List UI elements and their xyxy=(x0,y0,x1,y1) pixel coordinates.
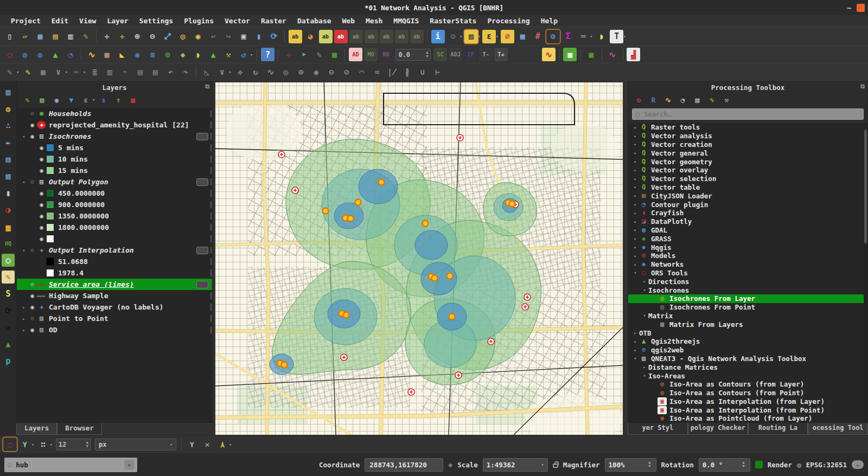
expand-arrow-icon[interactable]: ▸ xyxy=(631,330,639,336)
rotate-feature-button[interactable]: ↻ xyxy=(248,66,262,79)
add-chart-layer-button[interactable]: ▅ xyxy=(2,220,15,233)
menu-item[interactable]: Edit xyxy=(46,17,74,25)
toolbox-row[interactable]: ▣ Iso-Area as Interpolation (from Point) xyxy=(628,406,864,414)
menu-item[interactable]: Vector xyxy=(219,17,256,25)
add-wms-layer-button[interactable]: ◍ xyxy=(2,102,15,115)
redo-button[interactable]: ↷ xyxy=(179,66,193,79)
rotation-spinner[interactable]: 0.0 ° ▲▼ xyxy=(699,458,750,472)
layer-row[interactable]: 1978.4 xyxy=(17,267,212,279)
dropdown-caret-icon[interactable]: ▾ xyxy=(92,97,95,102)
panel-float-icon[interactable]: ⧉ xyxy=(205,83,209,90)
toolbox-row[interactable]: ▾ Matrix xyxy=(628,312,864,320)
add-vector-layer-button[interactable]: ▥ xyxy=(2,86,15,99)
toolbox-row[interactable]: ▸ ▲ Qgis2threejs xyxy=(628,337,864,346)
panel-tab[interactable]: ocessing Tool xyxy=(808,423,868,435)
visibility-toggle-icon[interactable]: ◉ xyxy=(37,213,46,220)
toolbox-row[interactable]: ▸ ◖ Crayfish xyxy=(628,209,864,217)
dropdown-caret-icon[interactable]: ▾ xyxy=(228,69,231,75)
expand-arrow-icon[interactable]: ▸ xyxy=(631,227,639,233)
toolbox-row[interactable]: ▸ ◍ GDAL xyxy=(628,226,864,235)
dropdown-caret-icon[interactable]: ▾ xyxy=(31,442,34,447)
menu-item[interactable]: Processing xyxy=(482,17,535,25)
remove-layer-button[interactable]: ▦ xyxy=(127,94,138,106)
toolbox-row[interactable]: ◉ Iso-Area as Pointcloud (from Layer) xyxy=(628,414,864,422)
statusbar-search-input[interactable] xyxy=(15,460,121,469)
two-point-button[interactable]: 2P xyxy=(464,48,477,61)
panel-tab[interactable]: Layers xyxy=(16,423,57,435)
toolbox-row[interactable]: ▦ Matrix From Layers xyxy=(628,320,864,329)
zoom-out-button[interactable]: ⊖ xyxy=(146,30,159,43)
layer-row[interactable]: ◉ ✚ reprojected_amenity_hospital [22] xyxy=(17,119,212,131)
add-mesh-layer-button[interactable]: ▤ xyxy=(2,153,15,166)
expand-arrow-icon[interactable]: ▸ xyxy=(631,339,639,344)
layer-row[interactable]: ⊘ ● Households xyxy=(17,108,212,119)
layer-indicator[interactable] xyxy=(196,178,208,186)
text-bigger-button[interactable]: T+ xyxy=(494,48,508,61)
python-console-button[interactable]: ∿ xyxy=(85,48,99,61)
osm-search-button[interactable]: ○ xyxy=(2,254,15,267)
snapping-tolerance-input[interactable] xyxy=(56,441,85,448)
snap-on-intersection-button[interactable]: ✕ xyxy=(201,438,214,451)
toolbox-row[interactable]: ▸ ⚙ qgis2web xyxy=(628,346,864,355)
cut-features-button[interactable]: ➣ xyxy=(118,66,132,79)
save-edits-button[interactable]: ▦ xyxy=(36,66,50,79)
toggle-editing-button[interactable]: ✎ xyxy=(21,66,35,79)
toolbox-row[interactable]: ◎ Isochrones From Point xyxy=(628,303,864,312)
visibility-toggle-icon[interactable]: ◉ xyxy=(37,190,46,197)
toggle-labels-button[interactable]: ab xyxy=(349,30,363,43)
crs-value[interactable]: EPSG:32651 xyxy=(806,461,847,469)
snapping-points-button[interactable]: ∷ xyxy=(36,438,50,451)
toolbox-row[interactable]: ▸ Q Vector creation xyxy=(628,140,864,149)
expand-arrow-icon[interactable]: ▾ xyxy=(631,270,639,275)
zoom-in-button[interactable]: ⊕ xyxy=(131,30,144,43)
toolbox-row[interactable]: ▣ Iso-Area as Interpolation (from Layer) xyxy=(628,397,864,406)
expand-arrow-icon[interactable]: ▾ xyxy=(641,313,648,318)
pan-map-button[interactable]: ✛ xyxy=(100,30,114,43)
toolbox-row[interactable]: ▸ ◔ Contour plugin xyxy=(628,200,864,209)
clear-search-icon[interactable]: ✕ xyxy=(124,460,134,469)
merge-features-button[interactable]: ∪ xyxy=(416,66,429,79)
expand-arrow-icon[interactable]: ▸ xyxy=(641,364,648,370)
plot-wedge-button[interactable]: ◣ xyxy=(116,48,129,61)
visibility-toggle-icon[interactable]: ⊘ xyxy=(28,178,37,185)
visibility-toggle-icon[interactable]: ◉ xyxy=(28,304,37,311)
layer-row[interactable]: ◉ 450.0000000 xyxy=(17,188,212,199)
reshape-features-button[interactable]: ⌒ xyxy=(355,66,368,79)
digitize-with-segment-button[interactable]: ✎ xyxy=(312,48,326,61)
zoom-next-button[interactable]: ↪ xyxy=(222,30,235,43)
close-button[interactable] xyxy=(857,4,865,12)
visibility-toggle-icon[interactable]: ⊘ xyxy=(28,247,37,254)
curved-label-button[interactable]: ab xyxy=(410,30,424,43)
mmqgis-geocode-button[interactable]: ◍ xyxy=(18,48,32,61)
refresh-map-button[interactable]: ⟳ xyxy=(267,30,281,43)
dropdown-caret-icon[interactable]: ▾ xyxy=(590,34,592,39)
globe-view-button[interactable]: ◉ xyxy=(131,48,144,61)
layer-row[interactable]: ◉ 15 mins xyxy=(17,165,212,176)
visibility-toggle-icon[interactable]: ⊘ xyxy=(28,315,37,322)
processing-toolbox-button[interactable]: ⚙ xyxy=(546,30,560,43)
change-label-button[interactable]: ab xyxy=(395,30,409,43)
visibility-toggle-icon[interactable]: ◉ xyxy=(37,224,46,231)
toolbox-row[interactable]: ▸ ◆ GRASS xyxy=(628,234,864,243)
attribute-table-button[interactable]: ▦ xyxy=(516,30,529,43)
highlight-labels-button[interactable]: ab xyxy=(334,30,348,43)
ors-route-button[interactable]: ∿ xyxy=(542,48,556,61)
extents-icon[interactable]: ❖ xyxy=(448,461,452,469)
toolbox-row[interactable]: ◎ Isochrones From Layer xyxy=(628,294,864,303)
scale-lock-button[interactable]: SC xyxy=(433,48,447,61)
menu-item[interactable]: Mesh xyxy=(360,17,388,25)
expand-arrow-icon[interactable]: ▸ xyxy=(631,141,639,147)
expand-arrow-icon[interactable]: ▸ xyxy=(20,316,28,321)
expand-arrow-icon[interactable]: ▸ xyxy=(631,184,639,190)
paste-features-button[interactable]: ▤ xyxy=(149,66,162,79)
zoom-to-layer-button[interactable]: ◎ xyxy=(176,30,190,43)
select-features-button[interactable]: ▧ xyxy=(464,30,478,43)
new-map-view-button[interactable]: ▣ xyxy=(237,30,251,43)
expand-arrow-icon[interactable]: ▾ xyxy=(641,373,648,378)
expand-all-button[interactable]: ⇕ xyxy=(98,94,109,106)
scale-combo[interactable]: 1:49362▾ xyxy=(483,458,548,472)
layer-row[interactable]: ▾ ⊘ ▤ Output Polygon xyxy=(17,176,212,188)
statusbar-search[interactable]: ○ ✕ xyxy=(4,458,137,472)
delete-selected-button[interactable]: ▥ xyxy=(103,66,117,79)
dropdown-caret-icon[interactable]: ▾ xyxy=(16,69,19,75)
